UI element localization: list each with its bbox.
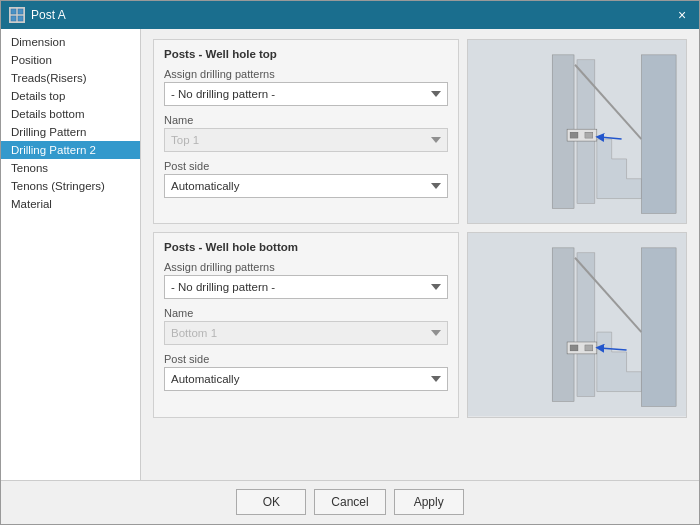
top-assign-label: Assign drilling patterns	[164, 68, 448, 80]
top-section-row: Posts - Well hole top Assign drilling pa…	[153, 39, 687, 224]
svg-rect-12	[585, 132, 593, 138]
bottom-name-select[interactable]: Bottom 1	[164, 321, 448, 345]
sidebar-item-tenons[interactable]: Tenons	[1, 159, 140, 177]
svg-rect-21	[570, 345, 578, 351]
top-name-select[interactable]: Top 1	[164, 128, 448, 152]
sidebar-item-details-bottom[interactable]: Details bottom	[1, 105, 140, 123]
bottom-postside-label: Post side	[164, 353, 448, 365]
main-content: Posts - Well hole top Assign drilling pa…	[141, 29, 699, 480]
svg-rect-11	[570, 132, 578, 138]
bottom-assign-label: Assign drilling patterns	[164, 261, 448, 273]
svg-rect-1	[18, 9, 23, 14]
top-preview-panel	[467, 39, 687, 224]
svg-rect-15	[577, 253, 595, 397]
sidebar: Dimension Position Treads(Risers) Detail…	[1, 29, 141, 480]
bottom-assign-group: Assign drilling patterns - No drilling p…	[164, 261, 448, 299]
bottom-preview-svg	[468, 233, 686, 416]
svg-rect-0	[11, 9, 16, 14]
top-postside-label: Post side	[164, 160, 448, 172]
bottom-name-group: Name Bottom 1	[164, 307, 448, 345]
title-bar: Post A ×	[1, 1, 699, 29]
dialog-container: Post A × Dimension Position Treads(Riser…	[0, 0, 700, 525]
top-assign-select[interactable]: - No drilling pattern -	[164, 82, 448, 106]
svg-rect-22	[585, 345, 593, 351]
dialog-body: Dimension Position Treads(Risers) Detail…	[1, 29, 699, 480]
sidebar-item-tenons-stringers[interactable]: Tenons (Stringers)	[1, 177, 140, 195]
top-config-panel: Posts - Well hole top Assign drilling pa…	[153, 39, 459, 224]
sidebar-item-material[interactable]: Material	[1, 195, 140, 213]
svg-rect-16	[552, 248, 574, 402]
svg-rect-2	[11, 16, 16, 21]
apply-button[interactable]: Apply	[394, 489, 464, 515]
bottom-section-row: Posts - Well hole bottom Assign drilling…	[153, 232, 687, 417]
sidebar-item-position[interactable]: Position	[1, 51, 140, 69]
sidebar-item-details-top[interactable]: Details top	[1, 87, 140, 105]
bottom-section-title: Posts - Well hole bottom	[164, 241, 448, 253]
top-assign-group: Assign drilling patterns - No drilling p…	[164, 68, 448, 106]
bottom-postside-group: Post side Automatically	[164, 353, 448, 391]
bottom-preview-panel	[467, 232, 687, 417]
dialog-title: Post A	[31, 8, 66, 22]
close-button[interactable]: ×	[673, 6, 691, 24]
dialog-footer: OK Cancel Apply	[1, 480, 699, 524]
sidebar-item-treads[interactable]: Treads(Risers)	[1, 69, 140, 87]
bottom-postside-select[interactable]: Automatically	[164, 367, 448, 391]
svg-rect-9	[641, 55, 676, 214]
bottom-assign-select[interactable]: - No drilling pattern -	[164, 275, 448, 299]
title-bar-left: Post A	[9, 7, 66, 23]
sidebar-item-drilling-pattern[interactable]: Drilling Pattern	[1, 123, 140, 141]
svg-rect-3	[18, 16, 23, 21]
sidebar-item-drilling-pattern-2[interactable]: Drilling Pattern 2	[1, 141, 140, 159]
cancel-button[interactable]: Cancel	[314, 489, 385, 515]
top-section-title: Posts - Well hole top	[164, 48, 448, 60]
sidebar-item-dimension[interactable]: Dimension	[1, 33, 140, 51]
top-postside-select[interactable]: Automatically	[164, 174, 448, 198]
svg-rect-19	[641, 248, 676, 407]
app-icon	[9, 7, 25, 23]
top-preview-svg	[468, 40, 686, 223]
top-name-group: Name Top 1	[164, 114, 448, 152]
bottom-name-label: Name	[164, 307, 448, 319]
top-postside-group: Post side Automatically	[164, 160, 448, 198]
ok-button[interactable]: OK	[236, 489, 306, 515]
top-name-label: Name	[164, 114, 448, 126]
bottom-config-panel: Posts - Well hole bottom Assign drilling…	[153, 232, 459, 417]
